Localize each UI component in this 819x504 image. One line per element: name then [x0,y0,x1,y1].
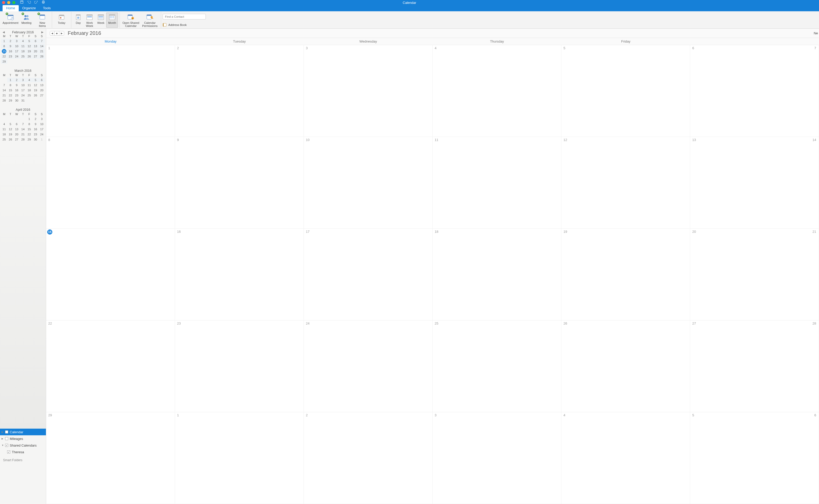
day-cell[interactable]: 26 [561,320,690,412]
find-contact-field[interactable] [163,14,206,19]
mini-day[interactable]: 4 [26,78,32,82]
day-cell[interactable]: 10 [304,137,433,229]
mini-day[interactable]: 31 [20,98,26,103]
calendar-group-shared[interactable]: ▼ Shared Calendars [0,442,46,449]
mini-day[interactable]: 25 [20,54,26,59]
address-book-button[interactable]: Address Book [163,23,187,27]
mini-day[interactable]: 27 [39,93,45,98]
mini-day[interactable]: 10 [20,83,26,87]
calendar-permissions-button[interactable]: Calendar Permissions [140,13,159,27]
mini-day[interactable]: 17 [20,88,26,93]
redo-icon[interactable] [34,0,38,5]
save-icon[interactable] [20,0,24,5]
mini-day[interactable]: 27 [32,54,38,59]
day-cell[interactable]: 4 [561,412,690,504]
mini-day[interactable]: 16 [14,88,20,93]
mini-day[interactable]: 1 [1,39,7,43]
mini-day[interactable]: 15 [2,49,6,54]
day-cell[interactable]: 2 [304,412,433,504]
mini-day[interactable]: 14 [20,127,26,132]
mini-day[interactable]: 19 [32,88,38,93]
mini-day[interactable]: 17 [39,127,45,132]
mini-day[interactable]: 23 [7,54,13,59]
mini-day[interactable]: 27 [14,137,20,142]
mini-day[interactable]: 9 [14,83,20,87]
mini-day[interactable]: 28 [39,54,45,59]
checkbox-checked-icon[interactable] [7,450,10,453]
mini-day[interactable]: 1 [7,78,13,82]
day-cell[interactable]: 17 [304,229,433,320]
day-cell[interactable]: 29 [46,412,175,504]
day-cell[interactable]: 24 [304,320,433,412]
mini-day[interactable]: 21 [20,132,26,137]
day-cell[interactable]: 18 [433,229,561,320]
mini-day[interactable]: 12 [26,44,32,48]
day-cell[interactable]: 3 [433,412,561,504]
mini-day[interactable]: 9 [7,44,13,48]
mini-day[interactable]: 28 [1,98,7,103]
day-cell[interactable]: 2728 [690,320,819,412]
mini-day[interactable]: 2 [14,78,20,82]
mini-day[interactable]: 7 [1,83,7,87]
mini-day[interactable]: 10 [14,44,20,48]
mini-day[interactable]: 7 [39,39,45,43]
nav-forward-button[interactable]: ▶ [59,31,64,35]
open-shared-calendar-button[interactable]: Open Shared Calendar [121,13,140,27]
day-cell[interactable]: 19 [561,229,690,320]
mini-day[interactable]: 2 [7,39,13,43]
mini-day[interactable]: 8 [26,122,32,126]
day-cell[interactable]: 23 [175,320,304,412]
day-cell[interactable]: 11 [433,137,561,229]
mini-day[interactable]: 29 [26,137,32,142]
mini-day[interactable]: 18 [20,49,26,54]
mini-day[interactable]: 21 [1,93,7,98]
minical-prev-button[interactable]: ◀ [3,31,5,34]
mini-day[interactable]: 5 [32,78,38,82]
day-cell[interactable]: 15 [46,229,175,320]
new-items-button[interactable]: + New Items [34,13,50,27]
mini-day[interactable]: 12 [32,83,38,87]
mini-day[interactable]: 5 [26,39,32,43]
mini-day[interactable]: 8 [1,44,7,48]
zoom-window-button[interactable] [12,1,15,4]
day-cell[interactable]: 67 [690,45,819,137]
day-cell[interactable]: 22 [46,320,175,412]
mini-day[interactable]: 4 [1,122,7,126]
tab-home[interactable]: Home [3,5,19,11]
tab-tools[interactable]: Tools [39,5,54,11]
mini-day[interactable]: 12 [7,127,13,132]
day-cell[interactable]: 1 [46,45,175,137]
mini-day[interactable]: 15 [26,127,32,132]
day-cell[interactable]: 3 [304,45,433,137]
day-cell[interactable]: 16 [175,229,304,320]
nav-today-button[interactable]: ◆ [55,31,59,35]
mini-day[interactable]: 22 [26,132,32,137]
mini-day[interactable]: 25 [1,137,7,142]
meeting-button[interactable]: + Meeting [18,13,34,27]
month-view-button[interactable]: Month [106,13,118,28]
day-cell[interactable]: 4 [433,45,561,137]
mini-day[interactable]: 11 [1,127,7,132]
checkbox-checked-icon[interactable] [5,444,8,447]
tab-organize[interactable]: Organize [19,5,39,11]
mini-day[interactable]: 5 [7,122,13,126]
mini-day[interactable]: 25 [26,93,32,98]
mini-day[interactable]: 17 [14,49,20,54]
mini-day[interactable]: 8 [7,83,13,87]
work-week-view-button[interactable]: Work Week [84,13,95,27]
calendar-item-theresa[interactable]: Theresa [0,449,46,455]
mini-day[interactable]: 6 [32,39,38,43]
minical-next-button[interactable]: ▶ [41,31,43,34]
mini-day[interactable]: 30 [14,98,20,103]
day-cell[interactable]: 8 [46,137,175,229]
mini-day[interactable]: 9 [32,122,38,126]
mini-day[interactable]: 15 [7,88,13,93]
mini-day[interactable]: 7 [20,122,26,126]
checkbox-icon[interactable] [5,430,8,434]
mini-day[interactable]: 1 [26,117,32,121]
mini-day[interactable]: 20 [39,88,45,93]
mini-day[interactable]: 18 [26,88,32,93]
mini-day[interactable]: 23 [32,132,38,137]
mini-day[interactable]: 16 [32,127,38,132]
mini-day[interactable]: 10 [39,122,45,126]
